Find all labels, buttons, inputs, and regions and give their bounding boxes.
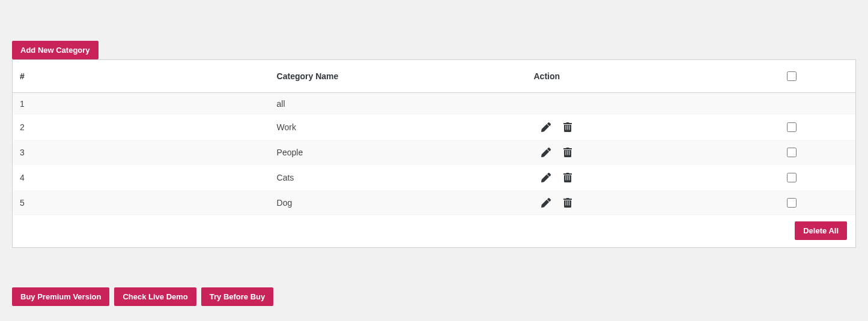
row-category-name: Cats (270, 165, 527, 190)
table-footer: Delete All (13, 215, 855, 247)
row-number: 2 (13, 115, 270, 140)
row-select-checkbox[interactable] (787, 148, 797, 157)
pencil-icon[interactable] (541, 122, 551, 133)
trash-icon[interactable] (562, 197, 573, 208)
row-category-name: all (270, 93, 527, 115)
row-select-checkbox[interactable] (787, 198, 797, 208)
trash-icon[interactable] (562, 122, 573, 133)
select-all-checkbox[interactable] (787, 71, 797, 81)
table-row: 4Cats (13, 165, 855, 190)
row-select-cell (777, 140, 855, 165)
table-row: 5Dog (13, 190, 855, 215)
check-live-demo-button[interactable]: Check Live Demo (114, 287, 196, 306)
row-select-cell (777, 93, 855, 115)
promo-buttons: Buy Premium Version Check Live Demo Try … (12, 287, 856, 306)
table-row: 1all (13, 93, 855, 115)
row-select-cell (777, 190, 855, 215)
table-row: 2Work (13, 115, 855, 140)
table-row: 3People (13, 140, 855, 165)
row-select-cell (777, 115, 855, 140)
pencil-icon[interactable] (541, 197, 551, 208)
row-actions (526, 140, 777, 165)
row-number: 5 (13, 190, 270, 215)
row-category-name: People (270, 140, 527, 165)
header-action: Action (526, 60, 777, 93)
row-select-cell (777, 165, 855, 190)
pencil-icon[interactable] (541, 172, 551, 183)
pencil-icon[interactable] (541, 147, 551, 158)
table-header-row: # Category Name Action (13, 60, 855, 93)
buy-premium-button[interactable]: Buy Premium Version (12, 287, 109, 306)
row-actions (526, 115, 777, 140)
row-actions (526, 190, 777, 215)
row-category-name: Work (270, 115, 527, 140)
row-number: 1 (13, 93, 270, 115)
row-select-checkbox[interactable] (787, 173, 797, 182)
row-select-checkbox[interactable] (787, 122, 797, 132)
add-new-category-button[interactable]: Add New Category (12, 41, 99, 59)
row-number: 4 (13, 165, 270, 190)
row-number: 3 (13, 140, 270, 165)
try-before-buy-button[interactable]: Try Before Buy (201, 287, 273, 306)
trash-icon[interactable] (562, 172, 573, 183)
trash-icon[interactable] (562, 147, 573, 158)
categories-table: # Category Name Action 1all2Work3People4… (13, 60, 855, 247)
row-category-name: Dog (270, 190, 527, 215)
header-select-all (777, 60, 855, 93)
categories-table-card: # Category Name Action 1all2Work3People4… (12, 59, 856, 248)
header-category-name: Category Name (270, 60, 527, 93)
row-actions (526, 165, 777, 190)
delete-all-button[interactable]: Delete All (795, 221, 847, 240)
header-number: # (13, 60, 270, 93)
row-actions (526, 93, 777, 115)
